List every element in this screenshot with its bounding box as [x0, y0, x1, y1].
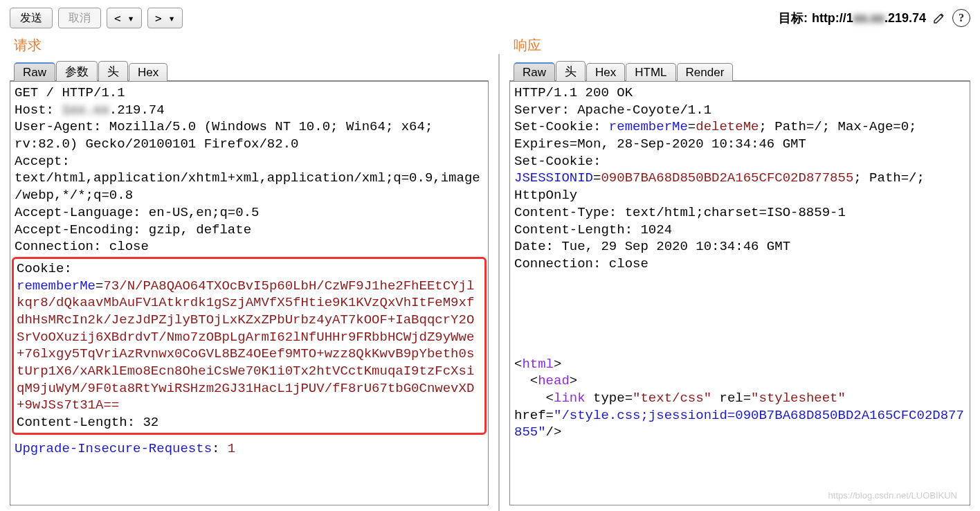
set-cookie-1: Set-Cookie: rememberMe=deleteMe; Path=/;…: [514, 118, 965, 152]
body-head-open: <head>: [514, 373, 965, 390]
next-button[interactable]: > ▾: [147, 8, 183, 28]
host-header: Host: 1xx.xx.219.74: [15, 102, 484, 119]
status-line: HTTP/1.1 200 OK: [514, 84, 965, 102]
top-toolbar: 发送 取消 < ▾ > ▾ 目标: http://1xx.xx.219.74 ?: [0, 0, 980, 33]
response-title: 响应: [514, 36, 970, 55]
user-agent-header: User-Agent: Mozilla/5.0 (Windows NT 10.0…: [15, 118, 484, 152]
tab-resp-render[interactable]: Render: [677, 63, 734, 81]
tab-resp-headers[interactable]: 头: [556, 61, 586, 81]
server-header: Server: Apache-Coyote/1.1: [514, 102, 965, 119]
tab-resp-html[interactable]: HTML: [626, 63, 675, 81]
tab-raw[interactable]: Raw: [14, 62, 55, 81]
cancel-button[interactable]: 取消: [58, 8, 101, 28]
request-line: GET / HTTP/1.1: [15, 84, 484, 102]
response-raw[interactable]: HTTP/1.1 200 OK Server: Apache-Coyote/1.…: [510, 82, 970, 505]
prev-button[interactable]: < ▾: [107, 8, 142, 28]
tab-resp-raw[interactable]: Raw: [514, 62, 555, 81]
target-url-blur: xx.xx: [853, 11, 884, 25]
tab-params[interactable]: 参数: [56, 61, 98, 81]
request-raw[interactable]: GET / HTTP/1.1 Host: 1xx.xx.219.74 User-…: [10, 82, 488, 505]
cookie-label: Cookie:: [17, 260, 482, 278]
tab-resp-hex[interactable]: Hex: [586, 63, 625, 81]
content-length-header: Content-Length: 32: [17, 414, 482, 431]
upgrade-insecure-header: Upgrade-Insecure-Requests: 1: [15, 440, 484, 458]
cookie-content: rememberMe=73/N/PA8QAO64TXOcBvI5p60LbH/C…: [17, 278, 482, 415]
target-url-prefix: http://1: [812, 11, 853, 25]
accept-header: Accept: text/html,application/xhtml+xml,…: [15, 153, 484, 204]
content-length-header: Content-Length: 1024: [514, 222, 965, 239]
request-pane: 请求 Raw 参数 头 Hex GET / HTTP/1.1 Host: 1xx…: [0, 33, 498, 511]
body-link: <link type="text/css" rel="stylesheet" h…: [514, 390, 965, 441]
target-prefix: 目标:: [779, 10, 808, 26]
date-header: Date: Tue, 29 Sep 2020 10:34:46 GMT: [514, 238, 965, 256]
accept-enc-header: Accept-Encoding: gzip, deflate: [15, 222, 484, 239]
tab-headers[interactable]: 头: [98, 61, 128, 81]
connection-header: Connection: close: [514, 256, 965, 273]
response-tabs: Raw 头 Hex HTML Render: [509, 60, 970, 82]
tab-hex[interactable]: Hex: [129, 63, 167, 81]
target-url-suffix: .219.74: [884, 11, 926, 25]
set-cookie-2: Set-Cookie: JSESSIONID=090B7BA68D850BD2A…: [514, 153, 965, 204]
target-label: 目标: http://1xx.xx.219.74 ?: [779, 9, 970, 27]
connection-header: Connection: close: [15, 238, 484, 256]
cookie-highlight: Cookie: rememberMe=73/N/PA8QAO64TXOcBvI5…: [12, 257, 487, 435]
help-icon[interactable]: ?: [952, 9, 970, 27]
response-pane: 响应 Raw 头 Hex HTML Render HTTP/1.1 200 OK…: [500, 33, 980, 511]
accept-lang-header: Accept-Language: en-US,en;q=0.5: [15, 204, 484, 222]
content-type-header: Content-Type: text/html;charset=ISO-8859…: [514, 204, 965, 222]
body-html-open: <html>: [514, 356, 965, 373]
request-title: 请求: [14, 36, 489, 55]
edit-icon[interactable]: [930, 9, 948, 27]
request-tabs: Raw 参数 头 Hex: [10, 60, 489, 82]
send-button[interactable]: 发送: [10, 8, 53, 28]
